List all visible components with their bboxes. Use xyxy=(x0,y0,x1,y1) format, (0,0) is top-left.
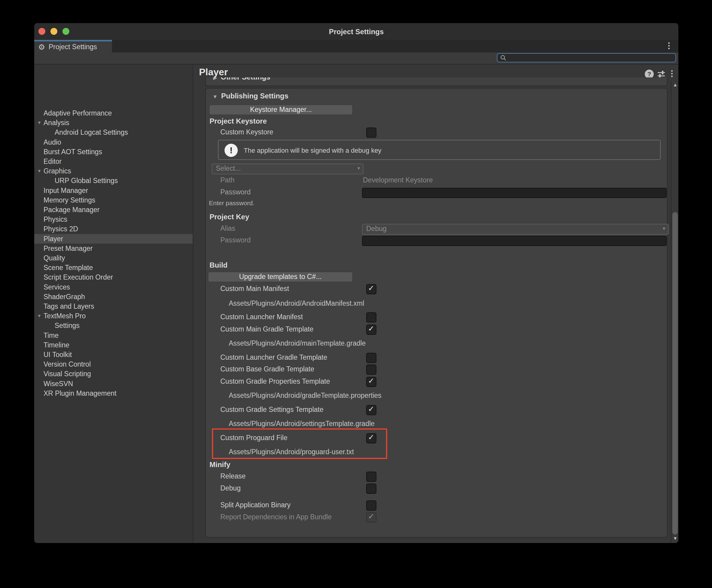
custom-launcher-manifest-label: Custom Launcher Manifest xyxy=(220,312,303,321)
sidebar-item-adaptive-performance[interactable]: Adaptive Performance xyxy=(34,108,193,118)
keystore-password-label: Password xyxy=(220,187,251,197)
checkbox-custom-launcher-gradle-template[interactable] xyxy=(366,353,377,363)
chevron-down-icon: ▾ xyxy=(663,225,665,233)
info-text: The application will be signed with a de… xyxy=(244,141,382,161)
custom-main-gradle-template-path: Assets/Plugins/Android/mainTemplate.grad… xyxy=(229,339,366,348)
checkbox-custom-launcher-manifest[interactable] xyxy=(366,312,377,322)
sidebar-item-editor[interactable]: Editor xyxy=(34,156,193,166)
report-dependencies-label: Report Dependencies in App Bundle xyxy=(220,512,332,522)
sidebar-item-shadergraph[interactable]: ShaderGraph xyxy=(34,292,193,301)
tab-strip: ⚙ Project Settings xyxy=(34,40,678,52)
scroll-up-icon[interactable]: ▲ xyxy=(671,82,678,88)
project-settings-window: Project Settings ⚙ Project Settings Adap… xyxy=(34,23,678,543)
minify-debug-label: Debug xyxy=(220,483,241,493)
sidebar-item-textmeshpro-settings[interactable]: Settings xyxy=(34,321,193,330)
foldout-down-icon: ▼ xyxy=(212,94,218,100)
sidebar-item-version-control[interactable]: Version Control xyxy=(34,359,193,369)
checkbox-custom-gradle-properties-template[interactable] xyxy=(366,377,377,387)
tab-more-icon[interactable] xyxy=(666,42,671,49)
checkbox-custom-base-gradle-template[interactable] xyxy=(366,364,377,375)
sidebar-item-analysis[interactable]: ▼Analysis xyxy=(34,118,193,127)
sidebar-item-timeline[interactable]: Timeline xyxy=(34,340,193,350)
key-password-input[interactable] xyxy=(362,236,667,246)
custom-keystore-label: Custom Keystore xyxy=(220,127,273,137)
custom-gradle-properties-template-path: Assets/Plugins/Android/gradleTemplate.pr… xyxy=(229,391,382,400)
sidebar-item-burst-aot-settings[interactable]: Burst AOT Settings xyxy=(34,147,193,156)
vertical-scrollbar[interactable]: ▲ ▼ xyxy=(671,81,678,543)
info-box: ! The application will be signed with a … xyxy=(218,140,661,160)
project-key-heading: Project Key xyxy=(209,212,249,222)
custom-launcher-gradle-template-label: Custom Launcher Gradle Template xyxy=(220,353,327,362)
sidebar-item-android-logcat-settings[interactable]: Android Logcat Settings xyxy=(34,127,193,137)
sidebar-item-memory-settings[interactable]: Memory Settings xyxy=(34,195,193,205)
checkbox-minify-release[interactable] xyxy=(366,471,377,482)
sidebar-item-xr-plugin-management[interactable]: XR Plugin Management xyxy=(34,388,193,398)
project-keystore-heading: Project Keystore xyxy=(209,117,267,126)
sidebar-item-audio[interactable]: Audio xyxy=(34,138,193,147)
sidebar-item-tags-and-layers[interactable]: Tags and Layers xyxy=(34,301,193,311)
sidebar-item-time[interactable]: Time xyxy=(34,331,193,340)
build-heading: Build xyxy=(209,260,227,270)
split-application-binary-label: Split Application Binary xyxy=(220,500,290,510)
upgrade-templates-button[interactable]: Upgrade templates to C#... xyxy=(208,272,353,282)
tab-project-settings[interactable]: ⚙ Project Settings xyxy=(34,40,112,52)
search-icon xyxy=(500,54,507,62)
checkbox-report-dependencies[interactable] xyxy=(366,512,377,523)
checkbox-custom-main-gradle-template[interactable] xyxy=(366,324,377,335)
checkbox-custom-main-manifest[interactable] xyxy=(366,284,377,294)
sidebar-item-player[interactable]: Player xyxy=(34,234,193,244)
alias-dropdown[interactable]: Debug ▾ xyxy=(362,224,669,235)
header-more-icon[interactable] xyxy=(669,70,674,77)
page-title: Player xyxy=(199,67,228,78)
foldout-triangle-icon[interactable]: ▼ xyxy=(36,311,43,321)
minify-release-label: Release xyxy=(220,471,246,481)
keystore-password-input[interactable] xyxy=(362,188,667,198)
sidebar-item-quality[interactable]: Quality xyxy=(34,253,193,263)
scroll-down-icon[interactable]: ▼ xyxy=(671,536,678,541)
sidebar-item-visual-scripting[interactable]: Visual Scripting xyxy=(34,369,193,379)
sidebar-item-package-manager[interactable]: Package Manager xyxy=(34,205,193,214)
sidebar-item-graphics[interactable]: ▼Graphics xyxy=(34,166,193,176)
custom-main-gradle-template-label: Custom Main Gradle Template xyxy=(220,324,313,334)
enter-password-hint: Enter password. xyxy=(209,200,255,207)
foldout-triangle-icon[interactable]: ▼ xyxy=(36,118,43,127)
toolbar xyxy=(34,52,678,64)
custom-base-gradle-template-label: Custom Base Gradle Template xyxy=(220,364,314,374)
custom-gradle-properties-template-label: Custom Gradle Properties Template xyxy=(220,377,330,386)
publishing-settings-foldout[interactable]: ▼Publishing Settings xyxy=(212,91,288,101)
window-title: Project Settings xyxy=(34,27,678,36)
alias-label: Alias xyxy=(220,224,235,233)
sidebar-item-physics[interactable]: Physics xyxy=(34,214,193,224)
settings-sidebar: Adaptive Performance ▼Analysis Android L… xyxy=(34,64,193,543)
checkbox-custom-keystore[interactable] xyxy=(366,127,377,138)
foldout-triangle-icon[interactable]: ▼ xyxy=(36,166,43,176)
other-settings-foldout[interactable]: ▶Other Settings xyxy=(213,78,270,82)
gear-icon: ⚙ xyxy=(38,43,45,52)
keystore-manager-button[interactable]: Keystore Manager... xyxy=(209,105,353,115)
keystore-select-dropdown[interactable]: Select... ▾ xyxy=(211,164,364,174)
titlebar: Project Settings xyxy=(34,23,678,40)
custom-gradle-settings-template-path: Assets/Plugins/Android/settingsTemplate.… xyxy=(229,419,374,428)
sidebar-item-urp-global-settings[interactable]: URP Global Settings xyxy=(34,176,193,185)
sidebar-item-preset-manager[interactable]: Preset Manager xyxy=(34,244,193,253)
sidebar-item-input-manager[interactable]: Input Manager xyxy=(34,186,193,195)
sidebar-item-scene-template[interactable]: Scene Template xyxy=(34,263,193,272)
path-label: Path xyxy=(220,175,235,185)
custom-gradle-settings-template-label: Custom Gradle Settings Template xyxy=(220,405,323,414)
tab-label: Project Settings xyxy=(48,41,97,52)
search-input[interactable] xyxy=(509,54,675,62)
search-box[interactable] xyxy=(497,53,676,62)
other-settings-section[interactable]: ▶Other Settings xyxy=(205,78,668,86)
sidebar-item-services[interactable]: Services xyxy=(34,282,193,292)
checkbox-split-application-binary[interactable] xyxy=(366,500,377,510)
key-password-label: Password xyxy=(220,235,251,245)
checkbox-custom-gradle-settings-template[interactable] xyxy=(366,405,377,415)
checkbox-minify-debug[interactable] xyxy=(366,484,377,494)
sidebar-item-ui-toolkit[interactable]: UI Toolkit xyxy=(34,350,193,359)
sidebar-item-textmesh-pro[interactable]: ▼TextMesh Pro xyxy=(34,311,193,321)
scrollbar-thumb[interactable] xyxy=(672,212,678,534)
sidebar-item-physics-2d[interactable]: Physics 2D xyxy=(34,224,193,234)
highlight-box xyxy=(212,428,387,459)
sidebar-item-wisesvn[interactable]: WiseSVN xyxy=(34,379,193,388)
sidebar-item-script-execution-order[interactable]: Script Execution Order xyxy=(34,272,193,282)
